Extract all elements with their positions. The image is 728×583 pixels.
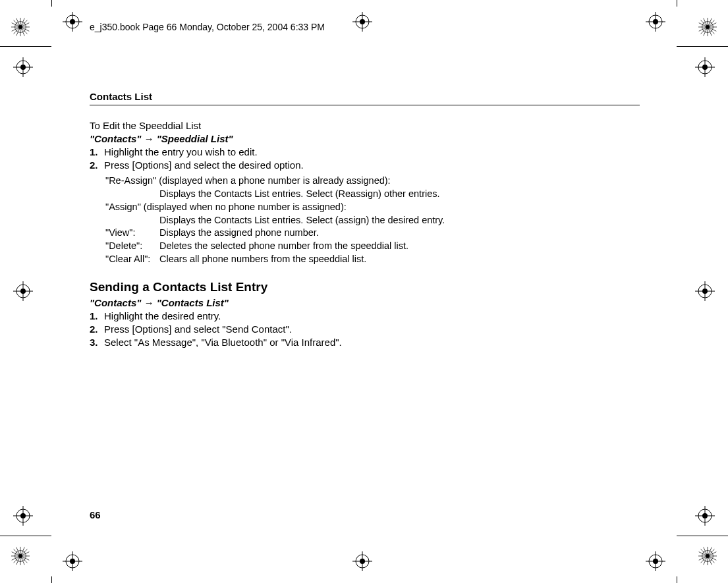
svg-point-43 <box>20 65 26 70</box>
step-item: 2.Press [Options] and select the desired… <box>90 159 640 171</box>
registration-mark-icon <box>698 18 717 36</box>
step-item: 1.Highlight the entry you wish to edit. <box>90 146 640 157</box>
svg-point-55 <box>702 289 708 294</box>
option-row: "Delete":Deletes the selected phone numb… <box>105 240 640 252</box>
svg-point-39 <box>706 554 710 558</box>
section-title: Contacts List <box>90 91 640 105</box>
subsection-title: To Edit the Speeddial List <box>90 120 640 131</box>
crop-target-icon <box>695 281 715 301</box>
option-row: "Re-Assign" (displayed when a phone numb… <box>105 175 640 187</box>
svg-point-9 <box>18 25 22 29</box>
svg-point-51 <box>20 289 26 294</box>
crop-target-icon <box>695 57 715 77</box>
svg-point-63 <box>702 513 708 518</box>
svg-point-29 <box>18 554 22 558</box>
option-row: Displays the Contacts List entries. Sele… <box>105 214 640 227</box>
svg-point-59 <box>20 513 26 518</box>
crop-target-icon <box>13 281 33 301</box>
option-row: "Clear All":Clears all phone numbers fro… <box>105 253 640 265</box>
registration-mark-icon <box>11 18 30 36</box>
option-row: "Assign" (displayed when no phone number… <box>105 201 640 213</box>
page-number: 66 <box>90 509 101 520</box>
svg-point-19 <box>706 25 710 29</box>
svg-point-47 <box>702 65 708 70</box>
step-item: 3.Select "As Message", "Via Bluetooth" o… <box>90 337 640 348</box>
nav-path: "Contacts" → "Contacts List" <box>90 297 640 308</box>
page-header: e_j350.book Page 66 Monday, October 25, … <box>90 22 677 32</box>
registration-mark-icon <box>11 547 30 565</box>
option-row: Displays the Contacts List entries. Sele… <box>105 188 640 200</box>
crop-target-icon <box>13 57 33 77</box>
step-item: 1.Highlight the desired entry. <box>90 310 640 321</box>
crop-target-icon <box>13 506 33 526</box>
subsection-title: Sending a Contacts List Entry <box>90 280 640 294</box>
crop-target-icon <box>695 506 715 526</box>
nav-path: "Contacts" → "Speeddial List" <box>90 133 640 144</box>
option-row: "View":Displays the assigned phone numbe… <box>105 227 640 239</box>
step-item: 2.Press [Options] and select "Send Conta… <box>90 323 640 335</box>
registration-mark-icon <box>698 547 717 565</box>
